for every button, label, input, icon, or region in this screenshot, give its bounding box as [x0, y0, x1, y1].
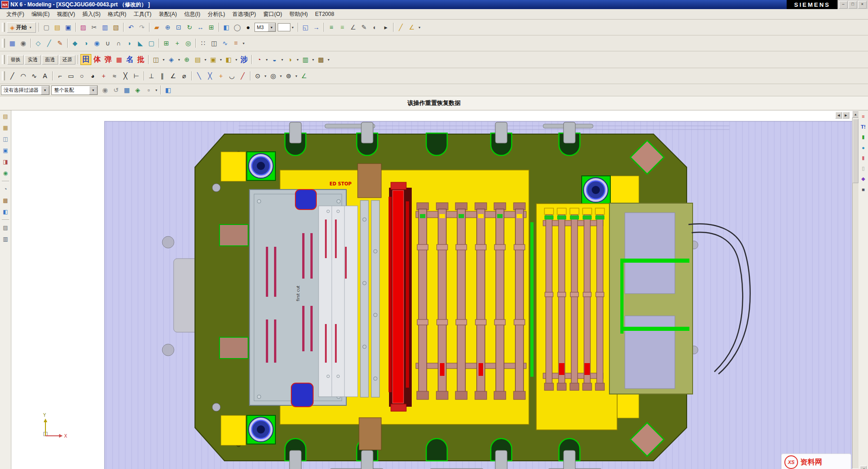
name-display-icon[interactable]: 名 [125, 55, 135, 65]
move-component-icon[interactable]: + [172, 38, 182, 48]
profile-icon[interactable]: ⌐ [55, 71, 65, 81]
palette-icon[interactable]: ▩ [1, 196, 10, 205]
electrode-tool-icon-dropdown[interactable]: ▾ [234, 58, 239, 62]
point-icon[interactable]: + [99, 71, 109, 81]
diameter-dim-icon[interactable]: ⌀ [179, 71, 189, 81]
expression-icon[interactable]: = [231, 38, 241, 48]
rectangle-icon[interactable]: ▭ [66, 71, 76, 81]
selection-arrow-icon[interactable]: ▸ [381, 22, 391, 32]
menu-item[interactable]: 信息(I) [180, 9, 204, 20]
line2-icon[interactable]: ╲ [194, 71, 204, 81]
revolve-icon[interactable]: ◑ [81, 38, 91, 48]
spline-icon[interactable]: ∿ [29, 71, 39, 81]
web-browser-icon[interactable]: ◉ [1, 169, 10, 177]
datum-display-icon[interactable]: ∠ [348, 22, 358, 32]
measure-dropdown[interactable]: ▾ [417, 25, 422, 30]
snap-lock-icon[interactable]: ◉ [100, 85, 110, 95]
chevron-down-icon[interactable]: ▾ [290, 25, 295, 30]
extrude-icon[interactable]: ◆ [70, 38, 80, 48]
sketch-icon[interactable]: ✎ [55, 38, 65, 48]
circle-double-icon-dropdown[interactable]: ▾ [279, 74, 283, 78]
assembly-tool-icon-dropdown[interactable]: ▾ [161, 58, 166, 62]
mold-tool-a-icon[interactable]: ◔ [254, 55, 264, 65]
text-curve-icon[interactable]: A [40, 71, 50, 81]
true-shading-button[interactable]: 实透 [25, 55, 41, 65]
extend-curve-icon[interactable]: ⊢ [131, 71, 141, 81]
angle-dim-icon[interactable]: ∠ [168, 71, 178, 81]
fit-view-icon[interactable]: ⊞ [206, 22, 216, 32]
add-component-icon[interactable]: ⊞ [161, 38, 171, 48]
window-cascade-icon[interactable]: ◱ [300, 22, 310, 32]
screenshot-icon[interactable]: ▰ [152, 22, 162, 32]
perpendicular-icon[interactable]: ⊥ [146, 71, 156, 81]
arc2-icon[interactable]: ◡ [227, 71, 237, 81]
mold-tool-b-icon-dropdown[interactable]: ▾ [280, 58, 284, 62]
start-menu-button[interactable]: ◈开始▾ [7, 22, 36, 33]
assembly-navigator-icon[interactable]: ▤ [1, 112, 10, 120]
body-display-icon[interactable]: 体 [92, 55, 102, 65]
measure-distance-icon[interactable]: ╱ [396, 22, 406, 32]
selection-filter-combo[interactable]: 没有选择过滤器 ▾ [1, 85, 50, 95]
red-grid-icon[interactable]: ▦ [114, 55, 124, 65]
materials-icon[interactable]: ◧ [1, 208, 10, 216]
component-tool-icon-dropdown[interactable]: ▾ [177, 58, 181, 62]
redo-icon[interactable]: ↷ [137, 22, 147, 32]
copy-icon[interactable]: ▥ [100, 22, 110, 32]
pin-display-icon[interactable]: ▮ [859, 154, 867, 162]
mold-tool-b-icon[interactable]: ◒ [269, 55, 279, 65]
close-button[interactable]: × [858, 1, 867, 9]
menu-item[interactable]: 装配(A) [155, 9, 180, 20]
menu-item[interactable]: 工具(T) [130, 9, 155, 20]
lifter-block[interactable] [609, 203, 693, 394]
chevron-down-icon[interactable]: ▾ [41, 86, 49, 95]
chevron-down-icon[interactable]: ▾ [89, 86, 97, 95]
spring-tool-icon[interactable]: 弹 [103, 55, 113, 65]
circle-double-icon[interactable]: ◎ [268, 71, 278, 81]
menu-item[interactable]: 视图(V) [53, 9, 79, 20]
minimize-button[interactable]: – [839, 1, 848, 9]
mold-tool-e-icon[interactable]: ▩ [316, 55, 326, 65]
part-navigator-icon[interactable]: ◫ [1, 135, 10, 143]
menu-item[interactable]: 格式(R) [104, 9, 130, 20]
zoom-in-icon[interactable]: ⊕ [163, 22, 173, 32]
wireframe-view-icon[interactable]: ◯ [232, 22, 242, 32]
gem-display-icon[interactable]: ◆ [859, 175, 867, 183]
edge-blend-icon[interactable]: ◗ [125, 38, 135, 48]
circle-target-icon-dropdown[interactable]: ▾ [294, 74, 299, 78]
bounds-display-icon[interactable]: ▮ [859, 133, 867, 141]
maximize-button[interactable]: □ [848, 1, 857, 9]
render-style-icon[interactable]: ● [243, 22, 253, 32]
chamfer-icon[interactable]: ◣ [135, 38, 145, 48]
mold-tool-d-icon[interactable]: ▥ [300, 55, 310, 65]
circle-icon[interactable]: ○ [77, 71, 87, 81]
wave-link-icon[interactable]: ∿ [220, 38, 230, 48]
roles-icon[interactable]: ▥ [1, 235, 10, 243]
key-display-icon[interactable]: ≡ [859, 112, 867, 120]
hole-icon[interactable]: ◉ [92, 38, 102, 48]
link-tool-icon[interactable]: ⊕ [182, 55, 192, 65]
snap-point-icon[interactable]: ◉ [18, 38, 28, 48]
assembly-tool-icon[interactable]: ◫ [151, 55, 161, 65]
rotate-view-icon[interactable]: ↻ [185, 22, 195, 32]
toolbar-grip[interactable] [2, 71, 5, 80]
select-all-icon[interactable]: ▦ [122, 85, 132, 95]
rect-select-icon[interactable]: ▫ [144, 85, 154, 95]
pan-view-icon[interactable]: ↔ [195, 22, 205, 32]
unite-icon[interactable]: ∪ [103, 38, 113, 48]
menu-item[interactable]: 分析(L) [204, 9, 229, 20]
shell-icon[interactable]: ▢ [146, 38, 156, 48]
mirror-icon[interactable]: ◫ [209, 38, 219, 48]
cut-icon[interactable]: ✂ [89, 22, 99, 32]
class-selection-icon[interactable]: ▨ [78, 22, 88, 32]
sphere-display-icon[interactable]: ● [859, 144, 867, 151]
background-color-swatch[interactable]: ▾ [278, 23, 295, 31]
dark-tool-icon[interactable]: ■ [859, 185, 867, 193]
scroll-left-button[interactable]: ◀ [835, 112, 842, 119]
cross-icon[interactable]: ╳ [205, 71, 215, 81]
menu-item[interactable]: ET2008 [311, 10, 338, 19]
vial-display-icon[interactable]: ▯ [859, 165, 867, 172]
component-tool-icon[interactable]: ◈ [166, 55, 176, 65]
vertical-scrollbar[interactable]: ▲ ▼ [852, 110, 858, 469]
show-hide-icon[interactable]: ◐ [370, 22, 380, 32]
hd3d-tools-icon[interactable]: ◨ [1, 158, 10, 166]
